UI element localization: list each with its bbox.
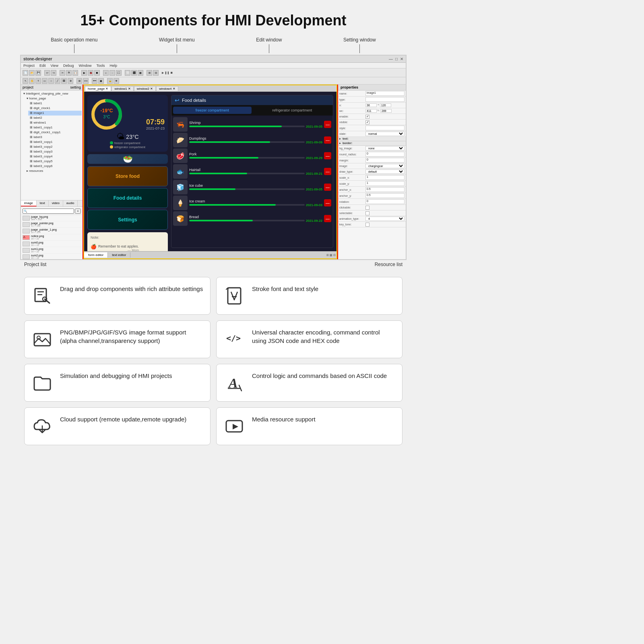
prop-value-scale-y[interactable]: 1 bbox=[365, 181, 405, 186]
tree-item-label2[interactable]: ⊞ label2 bbox=[28, 116, 82, 120]
food-details-btn[interactable]: Food details bbox=[87, 188, 168, 208]
tb-redo[interactable]: ↪ bbox=[51, 70, 56, 76]
tree-item-label3-copy2[interactable]: ⊞ label3_copy2 bbox=[28, 144, 82, 149]
prop-checkbox-enable[interactable]: ✓ bbox=[365, 115, 369, 119]
tb-stop[interactable]: ⏹ bbox=[94, 70, 100, 76]
prop-select-animation-type[interactable]: 4 bbox=[365, 217, 405, 221]
prop-value-style[interactable] bbox=[365, 126, 405, 130]
tb2-lock[interactable]: 🔒 bbox=[107, 78, 113, 84]
tb2-select[interactable]: ↖ bbox=[23, 78, 28, 84]
settings-btn[interactable]: Settings bbox=[87, 210, 168, 230]
tb2-image[interactable]: 🖼 bbox=[61, 78, 67, 84]
resource-search[interactable] bbox=[23, 208, 74, 214]
tree-item-window1[interactable]: ⊞ window1 bbox=[28, 120, 82, 125]
tb2-hand[interactable]: ✋ bbox=[29, 78, 35, 84]
prop-checkbox-selectable[interactable] bbox=[365, 211, 369, 215]
tb-debug[interactable]: 🐞 bbox=[88, 70, 93, 76]
tab-window4[interactable]: window4 ✕ bbox=[156, 86, 178, 91]
food-del-5[interactable]: — bbox=[324, 199, 331, 206]
tb-zoom-in[interactable]: + bbox=[103, 70, 109, 76]
tab-window1[interactable]: window1 ✕ bbox=[111, 86, 133, 91]
bottom-tab-text[interactable]: text editor bbox=[108, 252, 130, 258]
prop-value-w[interactable]: 411 bbox=[365, 109, 377, 113]
tab-home-page[interactable]: home_page ✕ bbox=[85, 86, 111, 91]
prop-checkbox-visible[interactable]: ✓ bbox=[365, 120, 369, 124]
prop-value-scale-x[interactable]: 1 bbox=[365, 175, 405, 180]
tree-item-digit-clock1-copy1[interactable]: ⊞ digit_clock1_copy1 bbox=[28, 130, 82, 135]
tb-grid[interactable]: ⊞ bbox=[147, 70, 152, 76]
tb2-widget[interactable]: ⚙ bbox=[68, 78, 73, 84]
tb2-order[interactable]: ⟵ bbox=[92, 78, 97, 84]
food-del-1[interactable]: — bbox=[324, 136, 331, 144]
menu-project[interactable]: Project bbox=[23, 64, 35, 68]
tb2-align[interactable]: ⊞ bbox=[76, 78, 82, 84]
prop-value-h[interactable]: 289 bbox=[380, 109, 392, 113]
tb-align-c[interactable]: ⬛ bbox=[131, 70, 137, 76]
food-del-0[interactable]: — bbox=[324, 121, 331, 128]
close-btn[interactable]: ✕ bbox=[400, 57, 403, 61]
tree-item-label3-copy3[interactable]: ⊞ label3_copy3 bbox=[28, 149, 82, 154]
tb-snap[interactable]: ⊟ bbox=[153, 70, 159, 76]
prop-select-bg-image[interactable]: none bbox=[365, 146, 405, 151]
tb-fit[interactable]: ⛶ bbox=[116, 70, 122, 76]
minimize-btn[interactable]: — bbox=[389, 57, 393, 61]
prop-select-state[interactable]: normal bbox=[365, 132, 405, 136]
menu-window[interactable]: Window bbox=[78, 64, 91, 68]
tree-item-digit-clock1[interactable]: ⊞ digit_clock1 bbox=[28, 106, 82, 111]
prop-select-draw-type[interactable]: default bbox=[365, 169, 405, 174]
store-food-btn[interactable]: Store food bbox=[87, 166, 168, 186]
prop-value-margin[interactable]: 0 bbox=[365, 158, 405, 163]
tree-root[interactable]: ▾ Intelligent_charging_pile_new bbox=[22, 91, 82, 96]
tree-item-label3-copy5[interactable]: ⊞ label3_copy5 bbox=[28, 159, 82, 164]
tb2-vis[interactable]: 👁 bbox=[114, 78, 119, 84]
prop-checkbox-clickable[interactable] bbox=[365, 206, 369, 210]
food-del-4[interactable]: — bbox=[324, 184, 331, 191]
tb-save[interactable]: 💾 bbox=[35, 70, 41, 76]
tb-paste[interactable]: 📋 bbox=[72, 70, 78, 76]
food-del-6[interactable]: — bbox=[324, 215, 331, 222]
tree-item-home-page[interactable]: ▾ home_page bbox=[25, 96, 82, 101]
res-tab-audio[interactable]: audio bbox=[63, 200, 78, 206]
prop-value-x[interactable]: 36 bbox=[365, 103, 377, 107]
tb-open[interactable]: 📂 bbox=[29, 70, 35, 76]
food-del-3[interactable]: — bbox=[324, 168, 331, 175]
tree-item-resources[interactable]: ▸ resources bbox=[25, 169, 82, 173]
tb-cut[interactable]: ✂ bbox=[60, 70, 65, 76]
prop-checkbox-key-tone[interactable] bbox=[365, 223, 369, 227]
comp-tab-refrigerator[interactable]: refrigerator compartment bbox=[253, 107, 332, 114]
prop-value-y[interactable]: 120 bbox=[380, 103, 391, 107]
bottom-tab-form[interactable]: form editor bbox=[84, 252, 108, 258]
resource-add-btn[interactable]: + bbox=[75, 208, 81, 214]
tree-item-label3-copy1[interactable]: ⊞ label3_copy1 bbox=[28, 140, 82, 144]
tb-align-l[interactable]: ⬜ bbox=[125, 70, 130, 76]
res-tab-text[interactable]: text bbox=[37, 200, 49, 206]
tb2-ellipse[interactable]: ○ bbox=[48, 78, 54, 84]
tb2-dist[interactable]: ⟺ bbox=[83, 78, 89, 84]
tree-item-label3-copy6[interactable]: ⊞ label3_copy6 bbox=[28, 164, 82, 169]
tb-run[interactable]: ▶ bbox=[81, 70, 87, 76]
tb2-line[interactable]: ╱ bbox=[55, 78, 60, 84]
tb-zoom-out[interactable]: - bbox=[109, 70, 115, 76]
menu-tools[interactable]: Tools bbox=[96, 64, 105, 68]
prop-value-anchor-x[interactable]: 0.5 bbox=[365, 187, 405, 192]
back-arrow-icon[interactable]: ↩ bbox=[175, 97, 180, 103]
tb2-rect[interactable]: ▭ bbox=[42, 78, 47, 84]
tb-new[interactable]: 📄 bbox=[23, 70, 28, 76]
prop-value-anchor-y[interactable]: 0.5 bbox=[365, 193, 405, 198]
prop-value-name[interactable]: image1 bbox=[365, 91, 405, 96]
tb-copy[interactable]: ⧉ bbox=[66, 70, 72, 76]
prop-value-round-radius[interactable]: 0 bbox=[365, 152, 405, 157]
maximize-btn[interactable]: □ bbox=[395, 57, 398, 61]
comp-tab-freezer[interactable]: freezer compartment bbox=[173, 107, 252, 114]
tree-item-image1[interactable]: ⊞ image1 bbox=[28, 111, 82, 116]
menu-view[interactable]: View bbox=[51, 64, 58, 68]
tb-align-r[interactable]: ▦ bbox=[138, 70, 143, 76]
res-tab-image[interactable]: image bbox=[21, 200, 37, 206]
tree-item-label3[interactable]: ⊞ label3 bbox=[28, 135, 82, 140]
menu-edit[interactable]: Edit bbox=[39, 64, 46, 68]
prop-select-image[interactable]: chargingcar bbox=[365, 164, 405, 168]
tree-item-label1-copy1[interactable]: ⊞ label1_copy1 bbox=[28, 125, 82, 130]
tab-window2[interactable]: window2 ✕ bbox=[134, 86, 156, 91]
food-del-2[interactable]: — bbox=[324, 152, 331, 159]
tree-item-label1[interactable]: ⊞ label1 bbox=[28, 101, 82, 106]
